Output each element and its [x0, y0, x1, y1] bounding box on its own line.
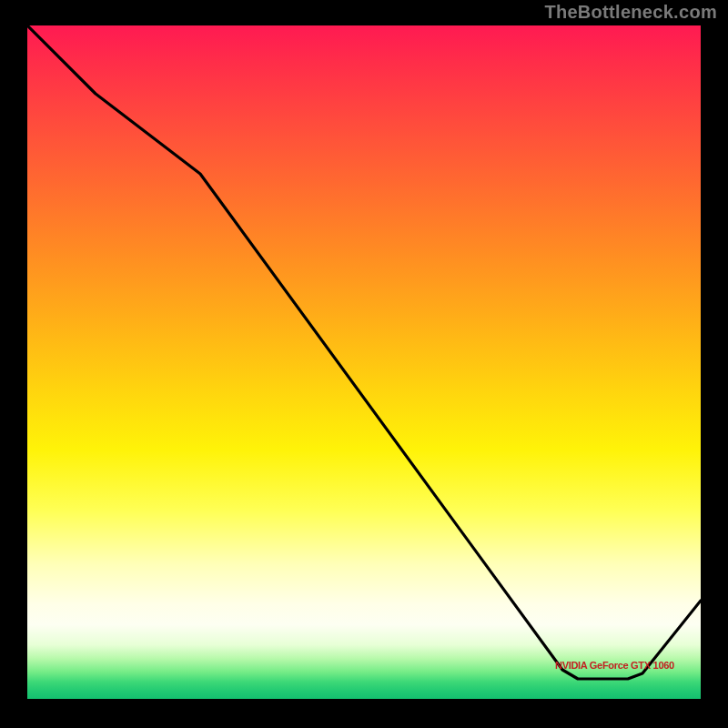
bottleneck-curve — [27, 25, 701, 699]
optimal-gpu-label: NVIDIA GeForce GTX 1060 — [555, 660, 674, 671]
plot-area: NVIDIA GeForce GTX 1060 — [27, 25, 701, 699]
watermark-text: TheBottleneck.com — [544, 2, 717, 23]
chart-frame: TheBottleneck.com NVIDIA GeForce GTX 106… — [0, 0, 728, 728]
